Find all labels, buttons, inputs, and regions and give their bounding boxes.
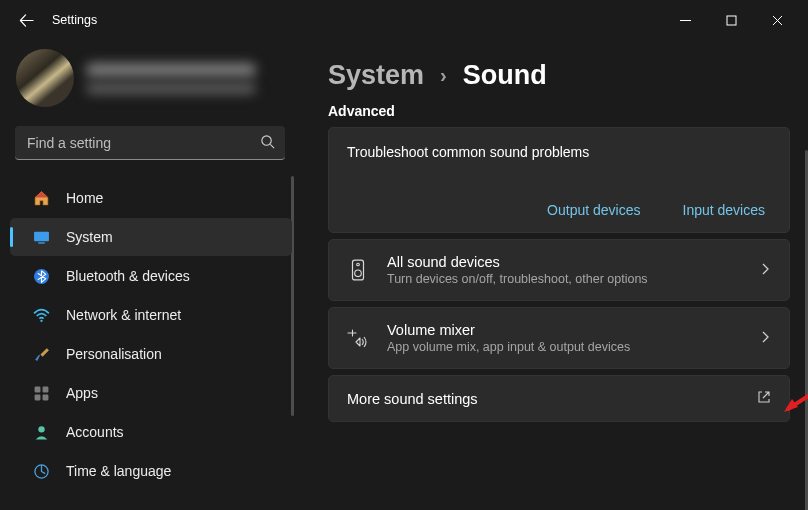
sidebar-item-bluetooth[interactable]: Bluetooth & devices [10,257,292,295]
svg-rect-2 [34,231,49,241]
sidebar-item-time[interactable]: Time & language [10,452,292,490]
sidebar-item-personalisation[interactable]: Personalisation [10,335,292,373]
search-input[interactable] [15,126,285,160]
link-output-devices[interactable]: Output devices [547,202,640,218]
sidebar-item-label: Apps [66,385,98,401]
nav: Home System Bluetooth & devices Network … [0,172,300,510]
svg-point-10 [38,426,44,432]
window-title: Settings [52,13,97,27]
user-text [86,63,256,94]
maximize-icon [726,15,737,26]
content: Troubleshoot common sound problems Outpu… [300,127,800,438]
sidebar-item-label: Personalisation [66,346,162,362]
breadcrumb: System › Sound [300,40,800,97]
sidebar-item-label: Bluetooth & devices [66,268,190,284]
bluetooth-icon [32,268,50,285]
sidebar-item-label: Home [66,190,103,206]
svg-point-13 [357,263,360,266]
minimize-button[interactable] [662,4,708,36]
card-volume-mixer[interactable]: Volume mixer App volume mix, app input &… [328,307,790,369]
card-subtitle: Turn devices on/off, troubleshoot, other… [387,272,648,286]
sidebar-item-label: Accounts [66,424,124,440]
card-title: All sound devices [387,254,648,270]
svg-rect-0 [727,16,736,25]
speaker-icon [347,259,369,281]
avatar [16,49,74,107]
card-more-sound-settings[interactable]: More sound settings [328,375,790,422]
card-title: More sound settings [347,391,478,407]
arrow-left-icon [19,13,34,28]
svg-point-1 [262,136,271,145]
user-profile[interactable] [0,48,300,118]
main: System › Sound Advanced Troubleshoot com… [300,40,808,510]
chevron-right-icon [759,262,771,278]
breadcrumb-parent[interactable]: System [328,60,424,91]
svg-rect-9 [42,394,48,400]
section-heading: Advanced [300,97,800,127]
sidebar-item-home[interactable]: Home [10,179,292,217]
sidebar: Home System Bluetooth & devices Network … [0,40,300,510]
troubleshoot-title: Troubleshoot common sound problems [347,144,771,160]
search-icon [260,134,275,152]
sidebar-item-system[interactable]: System [10,218,292,256]
globe-clock-icon [32,463,50,480]
svg-rect-7 [42,386,48,392]
mixer-icon [347,328,369,348]
troubleshoot-links: Output devices Input devices [347,202,771,218]
sidebar-item-label: System [66,229,113,245]
close-button[interactable] [754,4,800,36]
svg-point-14 [355,270,362,277]
svg-rect-8 [34,394,40,400]
card-all-sound-devices[interactable]: All sound devices Turn devices on/off, t… [328,239,790,301]
breadcrumb-current: Sound [463,60,547,91]
sidebar-scrollbar[interactable] [291,176,294,416]
apps-icon [32,385,50,402]
card-subtitle: App volume mix, app input & output devic… [387,340,630,354]
svg-rect-6 [34,386,40,392]
chevron-right-icon [759,330,771,346]
sidebar-item-accounts[interactable]: Accounts [10,413,292,451]
svg-point-5 [40,319,42,321]
home-icon [32,190,50,207]
link-input-devices[interactable]: Input devices [683,202,766,218]
maximize-button[interactable] [708,4,754,36]
sidebar-item-network[interactable]: Network & internet [10,296,292,334]
person-icon [32,424,50,441]
sidebar-item-label: Network & internet [66,307,181,323]
sidebar-item-apps[interactable]: Apps [10,374,292,412]
monitor-icon [32,229,50,246]
card-title: Volume mixer [387,322,630,338]
svg-rect-3 [38,242,44,243]
sidebar-item-label: Time & language [66,463,171,479]
wifi-icon [32,307,50,324]
card-troubleshoot: Troubleshoot common sound problems Outpu… [328,127,790,233]
paintbrush-icon [32,346,50,363]
titlebar: Settings [0,0,808,40]
chevron-right-icon: › [440,64,447,87]
minimize-icon [680,15,691,26]
window-controls [662,4,800,36]
search-wrap [15,126,285,160]
close-icon [772,15,783,26]
open-external-icon [757,390,771,407]
back-button[interactable] [8,2,44,38]
